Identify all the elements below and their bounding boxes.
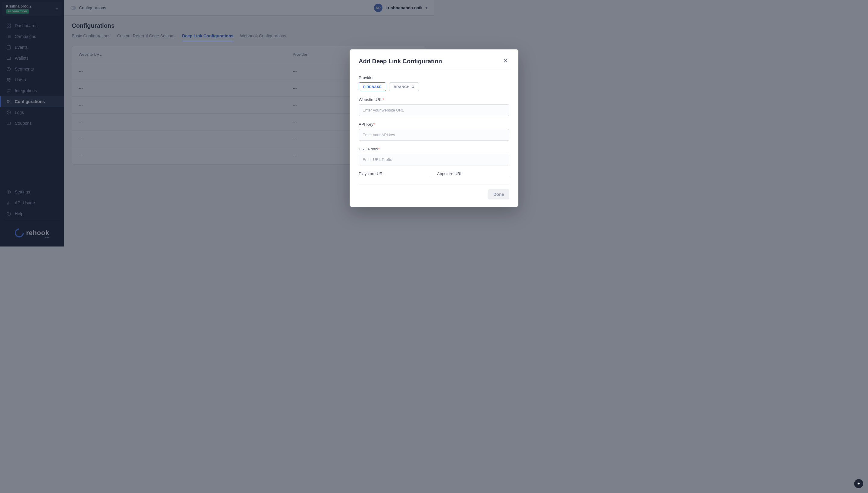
modal-footer: Done [359,184,434,199]
provider-label: Provider [359,75,434,80]
store-urls: Playstore URL Appstore URL [359,171,434,178]
website-url-input[interactable] [359,104,434,116]
website-url-label: Website URL* [359,97,434,102]
modal-title: Add Deep Link Configuration [359,58,434,65]
provider-options: FIREBASE BRANCH IO [359,82,434,91]
provider-branch-io[interactable]: BRANCH IO [389,82,419,91]
url-prefix-label: URL Prefix* [359,147,434,151]
url-prefix-input[interactable] [359,154,434,166]
modal-overlay: Add Deep Link Configuration ✕ Provider F… [0,0,434,246]
api-key-input[interactable] [359,129,434,141]
api-key-label: API Key* [359,122,434,127]
playstore-url-label: Playstore URL [359,171,431,178]
provider-firebase[interactable]: FIREBASE [359,82,386,91]
add-deeplink-modal: Add Deep Link Configuration ✕ Provider F… [350,49,434,207]
